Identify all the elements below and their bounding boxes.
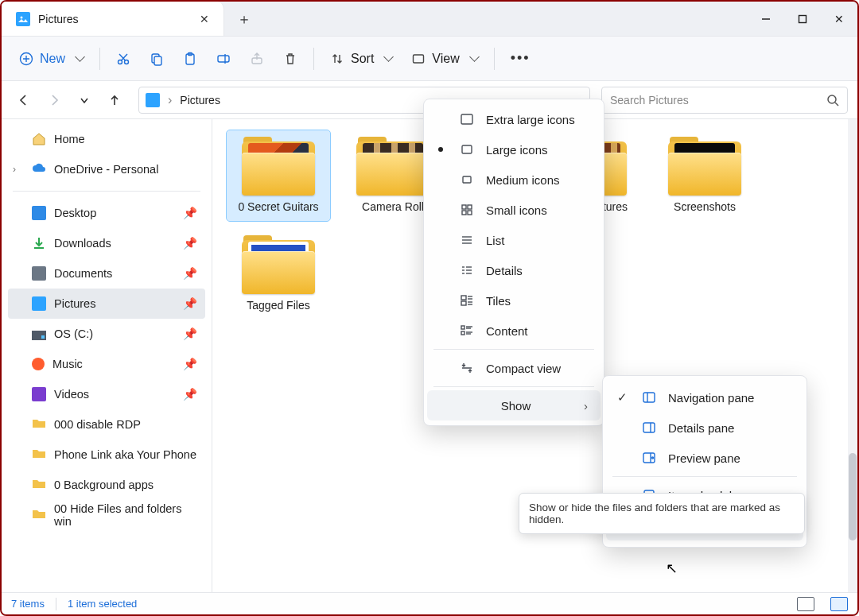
copy-button[interactable]	[142, 45, 172, 73]
folder-item[interactable]: 0 Secret Guitars	[227, 130, 330, 221]
tiles-icon	[459, 293, 475, 308]
nav-documents[interactable]: Documents📌	[8, 258, 205, 289]
menu-large-icons[interactable]: Large icons	[427, 134, 601, 165]
search-placeholder: Search Pictures	[610, 94, 818, 107]
svg-rect-21	[461, 114, 472, 124]
new-button[interactable]: New	[11, 45, 91, 73]
nav-folder[interactable]: 00 Hide Files and folders win	[8, 500, 205, 530]
nav-videos[interactable]: Videos📌	[8, 379, 205, 409]
check-icon: ✓	[617, 390, 628, 405]
pictures-icon	[146, 93, 160, 107]
nav-folder[interactable]: Phone Link aka Your Phone	[8, 440, 205, 470]
menu-details-pane[interactable]: Details pane	[606, 413, 803, 443]
svg-rect-18	[414, 55, 424, 63]
nav-desktop[interactable]: Desktop📌	[8, 198, 205, 228]
menu-medium-icons[interactable]: Medium icons	[427, 165, 601, 195]
menu-tiles[interactable]: Tiles	[427, 285, 601, 316]
folder-icon	[32, 447, 46, 462]
compact-icon	[459, 361, 475, 375]
svg-rect-46	[461, 331, 464, 335]
menu-preview-pane[interactable]: Preview pane	[606, 443, 803, 473]
details-view-toggle[interactable]	[797, 597, 814, 611]
folder-item[interactable]: Screenshots	[653, 130, 756, 221]
nav-folder[interactable]: 000 disable RDP	[8, 409, 205, 440]
menu-content[interactable]: Content	[427, 316, 601, 346]
nav-music[interactable]: Music📌	[8, 349, 205, 379]
download-icon	[32, 236, 46, 250]
rename-button[interactable]	[208, 45, 239, 73]
menu-details[interactable]: Details	[427, 255, 601, 285]
cut-button[interactable]	[108, 45, 138, 73]
folder-icon	[239, 137, 318, 196]
layout-icon	[459, 142, 475, 157]
thumbnails-view-toggle[interactable]	[830, 597, 848, 611]
menu-compact-view[interactable]: Compact view	[427, 353, 601, 383]
command-bar: New Sort View •••	[2, 37, 857, 81]
plus-circle-icon	[19, 52, 33, 66]
svg-rect-23	[463, 176, 471, 183]
svg-point-55	[652, 457, 654, 459]
nav-home[interactable]: Home	[8, 124, 205, 154]
nav-downloads[interactable]: Downloads📌	[8, 228, 205, 258]
view-icon	[411, 52, 426, 66]
new-label: New	[40, 52, 65, 66]
folder-item[interactable]: Tagged Files	[227, 229, 330, 320]
new-tab-button[interactable]: ＋	[224, 2, 264, 36]
menu-list[interactable]: List	[427, 225, 601, 255]
svg-rect-37	[461, 296, 466, 300]
video-icon	[32, 387, 46, 401]
breadcrumb-location[interactable]: Pictures	[180, 94, 220, 107]
recent-button[interactable]	[72, 87, 97, 113]
menu-navigation-pane[interactable]: ✓Navigation pane	[606, 382, 803, 413]
pin-icon: 📌	[183, 297, 197, 311]
svg-rect-0	[18, 14, 28, 24]
pin-icon: 📌	[183, 327, 197, 341]
grid-icon	[459, 203, 475, 217]
view-button[interactable]: View	[403, 45, 485, 73]
nav-pictures[interactable]: Pictures📌	[8, 289, 205, 319]
chevron-right-icon[interactable]: ›	[168, 93, 172, 107]
svg-rect-25	[468, 205, 472, 209]
rename-icon	[216, 52, 231, 66]
menu-show[interactable]: Show›	[427, 390, 601, 420]
share-button[interactable]	[242, 45, 272, 73]
back-button[interactable]	[11, 87, 37, 113]
close-button[interactable]: ✕	[821, 2, 857, 36]
svg-rect-26	[462, 211, 466, 215]
sort-button[interactable]: Sort	[322, 45, 400, 73]
maximize-button[interactable]	[784, 2, 821, 36]
minimize-button[interactable]	[748, 2, 784, 36]
menu-small-icons[interactable]: Small icons	[427, 195, 601, 225]
menu-extra-large-icons[interactable]: Extra large icons	[427, 104, 601, 134]
sort-label: Sort	[351, 52, 374, 66]
pictures-icon	[16, 12, 30, 26]
svg-rect-43	[461, 326, 464, 329]
nav-onedrive[interactable]: ›OneDrive - Personal	[8, 154, 205, 184]
svg-point-8	[125, 60, 129, 64]
paste-button[interactable]	[175, 45, 205, 73]
forward-button[interactable]	[41, 87, 67, 113]
up-button[interactable]	[102, 87, 127, 113]
search-box[interactable]: Search Pictures	[601, 87, 848, 114]
explorer-window: Pictures ✕ ＋ ✕ New Sort View •••	[0, 0, 859, 616]
svg-rect-40	[461, 301, 466, 305]
nav-folder[interactable]: 0 Background apps	[8, 470, 205, 500]
cursor-icon: ↖	[666, 560, 678, 577]
music-icon	[32, 358, 45, 370]
svg-rect-49	[643, 393, 655, 402]
copy-icon	[150, 52, 164, 66]
desktop-icon	[32, 206, 46, 220]
drive-icon	[32, 331, 46, 340]
pane-icon	[641, 451, 657, 465]
svg-point-19	[828, 95, 836, 103]
list-icon	[459, 233, 475, 247]
delete-button[interactable]	[275, 45, 305, 73]
tab-close-icon[interactable]: ✕	[200, 13, 209, 25]
search-icon	[826, 94, 839, 107]
window-tab[interactable]: Pictures ✕	[2, 2, 224, 36]
clipboard-icon	[183, 52, 197, 66]
expand-icon[interactable]: ›	[13, 164, 16, 175]
more-button[interactable]: •••	[503, 45, 538, 73]
nav-osc[interactable]: OS (C:)📌	[8, 319, 205, 349]
folder-icon	[32, 508, 46, 522]
